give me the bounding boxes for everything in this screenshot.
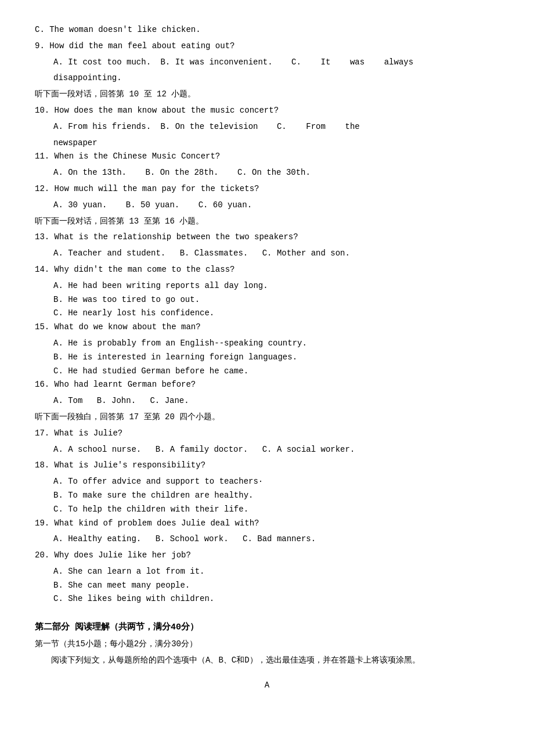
q11-options: A. On the 13th. B. On the 28th. C. On th… — [35, 166, 499, 180]
q14-option-c: C. He nearly lost his confidence. — [35, 307, 499, 321]
q9-option-a: A. It cost too much. — [53, 57, 151, 67]
q19-option-a: A. Healthy eating. — [53, 534, 141, 543]
q16-options: A. Tom B. John. C. Jane. — [35, 394, 499, 408]
q13-text: 13. What is the relationship between the… — [35, 231, 499, 244]
q18-text: 18. What is Julie's responsibility? — [35, 459, 499, 473]
q12-option-c: C. 60 yuan. — [199, 200, 252, 210]
q18-option-a: A. To offer advice and support to teache… — [35, 475, 499, 489]
q10-options: A. From his friends. B. On the televisio… — [35, 120, 499, 134]
q15-option-b: B. He is interested in learning foreign … — [35, 351, 499, 365]
q9-options: A. It cost too much. B. It was inconveni… — [35, 56, 499, 70]
q10-text: 10. How does the man know about the musi… — [35, 104, 499, 118]
q10-wrap: newspaper — [35, 136, 499, 150]
q16-option-b: B. John. — [97, 396, 136, 405]
q14-option-a: A. He had been writing reports all day l… — [35, 279, 499, 293]
q13-options: A. Teacher and student. B. Classmates. C… — [35, 247, 499, 261]
q17-text: 17. What is Julie? — [35, 427, 499, 441]
q15-text: 15. What do we know about the man? — [35, 321, 499, 334]
section2-part1: 第一节（共15小题；每小题2分，满分30分） — [35, 638, 499, 651]
q13-option-a: A. Teacher and student. — [53, 249, 165, 258]
q9-wrap: disappointing. — [35, 71, 499, 85]
q16-option-c: C. Jane. — [150, 396, 189, 405]
q10-option-c: C. From the — [277, 122, 360, 131]
q20-option-c: C. She likes being with children. — [35, 592, 499, 606]
q14-text: 14. Why didn't the man come to the class… — [35, 263, 499, 277]
q11-option-b: B. On the 28th. — [145, 168, 218, 177]
q12-options: A. 30 yuan. B. 50 yuan. C. 60 yuan. — [35, 199, 499, 213]
q19-option-c: C. Bad manners. — [243, 534, 316, 543]
q9-option-b: B. It was inconvenient. — [160, 57, 272, 67]
q17-option-a: A. A school nurse. — [53, 445, 141, 454]
q20-option-a: A. She can learn a lot from it. — [35, 565, 499, 579]
q10-option-b: B. On the television — [160, 122, 258, 131]
q20-text: 20. Why does Julie like her job? — [35, 549, 499, 563]
q10-option-a: A. From his friends. — [53, 122, 151, 131]
q-c-woman: C. The woman doesn't like chicken. — [35, 23, 499, 37]
section2-desc: 阅读下列短文，从每题所给的四个选项中（A、B、C和D），选出最佳选项，并在答题卡… — [35, 654, 499, 668]
q17-option-b: B. A family doctor. — [156, 445, 248, 454]
q9-text: 9. How did the man feel about eating out… — [35, 39, 499, 53]
section2-header: 第二部分 阅读理解（共两节，满分40分） — [35, 620, 499, 635]
q15-option-a: A. He is probably from an English--speak… — [35, 337, 499, 351]
q19-text: 19. What kind of problem does Julie deal… — [35, 517, 499, 531]
q11-text: 11. When is the Chinese Music Concert? — [35, 150, 499, 164]
section2-block: 第二部分 阅读理解（共两节，满分40分） 第一节（共15小题；每小题2分，满分3… — [35, 620, 499, 667]
q12-text: 12. How much will the man pay for the ti… — [35, 182, 499, 196]
q18-option-b: B. To make sure the children are healthy… — [35, 489, 499, 503]
q19-options: A. Healthy eating. B. School work. C. Ba… — [35, 532, 499, 546]
q9-option-c-part: C. It was always — [291, 57, 413, 67]
q20-option-b: B. She can meet many people. — [35, 579, 499, 593]
q12-option-b: B. 50 yuan. — [126, 200, 179, 210]
q11-option-c: C. On the 30th. — [237, 168, 311, 177]
q15-option-c: C. He had studied German before he came. — [35, 365, 499, 379]
q13-option-c: C. Mother and son. — [262, 249, 350, 258]
q19-option-b: B. School work. — [156, 534, 229, 543]
q11-option-a: A. On the 13th. — [53, 168, 127, 177]
q16-text: 16. Who had learnt German before? — [35, 378, 499, 392]
page-marker: A — [35, 679, 499, 693]
listening-header-1: 听下面一段对话，回答第 10 至 12 小题。 — [35, 88, 499, 102]
listening-header-2: 听下面一段对话，回答第 13 至第 16 小题。 — [35, 215, 499, 229]
q17-option-c: C. A social worker. — [262, 445, 355, 454]
q17-options: A. A school nurse. B. A family doctor. C… — [35, 443, 499, 457]
q16-option-a: A. Tom — [53, 396, 82, 405]
q13-option-b: B. Classmates. — [180, 249, 248, 258]
exam-content: C. The woman doesn't like chicken. 9. Ho… — [35, 23, 499, 693]
q14-option-b: B. He was too tired to go out. — [35, 293, 499, 307]
q18-option-c: C. To help the children with their life. — [35, 503, 499, 517]
listening-header-3: 听下面一段独白，回答第 17 至第 20 四个小题。 — [35, 411, 499, 424]
q12-option-a: A. 30 yuan. — [53, 200, 107, 210]
